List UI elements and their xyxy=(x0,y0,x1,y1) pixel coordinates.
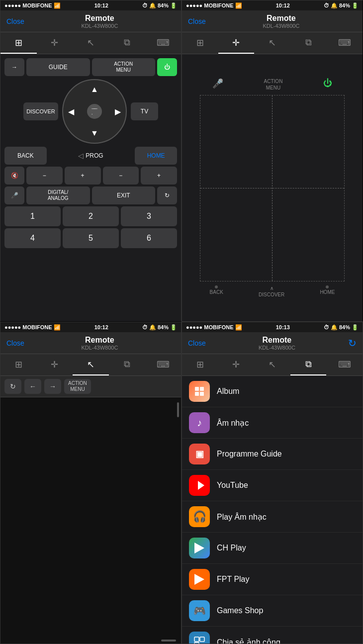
mute-button[interactable]: 🔇 xyxy=(4,167,24,184)
tab-keyboard-3[interactable]: ⌨ xyxy=(145,354,181,375)
app-name-album: Album xyxy=(217,387,239,396)
tab-mouse-1[interactable]: ↖ xyxy=(73,32,109,54)
tv-button[interactable]: TV xyxy=(131,102,158,120)
tab-keyboard-4[interactable]: ⌨ xyxy=(326,354,363,375)
svg-rect-1 xyxy=(195,387,199,391)
app-icon-share-photo xyxy=(189,632,210,644)
tab-keyboard-1[interactable]: ⌨ xyxy=(145,32,181,54)
panel-browser: ●●●●● MOBIFONE 📶 10:12 ⏱ 🔔 84% 🔋 Close R… xyxy=(0,322,182,644)
btn-row-num1: 1 2 3 xyxy=(4,206,177,226)
touchpad-grid[interactable] xyxy=(200,95,344,282)
dpad-down[interactable]: ▼ xyxy=(91,129,98,138)
dpad-up[interactable]: ▲ xyxy=(91,85,98,94)
discover-up-arrow: ∧ xyxy=(270,285,273,291)
close-button-4[interactable]: Close xyxy=(188,339,206,347)
browser-viewport[interactable] xyxy=(0,397,181,644)
close-button-3[interactable]: Close xyxy=(6,339,24,347)
svg-rect-3 xyxy=(195,392,199,396)
close-button-1[interactable]: Close xyxy=(6,17,24,25)
rotate-button[interactable]: ↻ xyxy=(157,186,177,204)
num-5-button[interactable]: 5 xyxy=(63,228,119,248)
action-menu-top[interactable]: ACTIONMENU xyxy=(264,78,283,91)
app-icon-music: ♪ xyxy=(189,412,210,433)
app-item-share-photo[interactable]: Chia sẻ ảnh cộng xyxy=(182,627,363,644)
tab-touchpad-3[interactable]: ✛ xyxy=(37,354,73,375)
mic-button[interactable]: 🎤 xyxy=(4,186,24,204)
dpad-right[interactable]: ▶ xyxy=(115,107,121,116)
app-item-music[interactable]: ♪ Âm nhạc xyxy=(182,407,363,439)
app-item-play-music[interactable]: 🎧 Play Âm nhạc xyxy=(182,501,363,533)
exit-button[interactable]: EXIT xyxy=(92,186,156,204)
app-name-games-shop: Games Shop xyxy=(217,606,263,615)
discover-button[interactable]: DISCOVER xyxy=(23,102,58,120)
scroll-handle-right[interactable] xyxy=(177,402,179,417)
panel-title-4: Remote xyxy=(259,336,295,345)
back-button[interactable]: BACK xyxy=(4,147,47,165)
close-button-2[interactable]: Close xyxy=(188,17,206,25)
app-icon-album xyxy=(189,381,210,402)
action-menu-button[interactable]: ACTIONMENU xyxy=(92,58,156,76)
home-bottom-button[interactable]: HOME xyxy=(320,285,335,297)
svg-rect-2 xyxy=(200,387,204,391)
vol-down-button[interactable]: − xyxy=(26,167,63,184)
discover-bottom-button[interactable]: ∧ DISCOVER xyxy=(259,285,284,297)
app-name-play-music: Play Âm nhạc xyxy=(217,512,267,522)
tab-mouse-3[interactable]: ↖ xyxy=(73,354,109,375)
ch-down-button[interactable]: − xyxy=(103,167,139,184)
power-button[interactable]: ⏻ xyxy=(157,58,177,76)
tab-multiview-2[interactable]: ⧉ xyxy=(290,32,327,54)
tab-multiview-4[interactable]: ⧉ xyxy=(290,354,327,375)
tab-mouse-2[interactable]: ↖ xyxy=(254,32,290,54)
touchpad-area: 🎤 ACTIONMENU ⏻ BACK ∧ DISCOVER xyxy=(182,54,363,321)
tab-touchpad-2[interactable]: ✛ xyxy=(218,32,255,54)
digital-analog-button[interactable]: DIGITAL/ANALOG xyxy=(26,186,90,204)
app-item-fpt-play[interactable]: FPT Play xyxy=(182,564,363,595)
scroll-handle-bottom[interactable] xyxy=(161,640,176,642)
num-3-button[interactable]: 3 xyxy=(121,206,177,226)
browser-forward-button[interactable]: → xyxy=(44,379,61,394)
vol-up-button[interactable]: + xyxy=(65,167,101,184)
app-item-album[interactable]: Album xyxy=(182,376,363,407)
app-item-games-shop[interactable]: 🎮 Games Shop xyxy=(182,595,363,627)
tab-remote-1[interactable]: ⊞ xyxy=(0,32,37,54)
app-list: Album ♪ Âm nhạc ▣ Programme Guide YouTub… xyxy=(182,376,363,644)
tab-touchpad-4[interactable]: ✛ xyxy=(218,354,255,375)
tab-remote-2[interactable]: ⊞ xyxy=(182,32,218,54)
tab-remote-3[interactable]: ⊞ xyxy=(0,354,37,375)
home-button[interactable]: HOME xyxy=(135,147,177,165)
status-bar-4: ●●●●● MOBIFONE 📶 10:13 ⏱ 🔔 84% 🔋 xyxy=(182,322,363,332)
app-item-ch-play[interactable]: CH Play xyxy=(182,533,363,564)
app-icon-youtube xyxy=(189,475,210,496)
power-top-button[interactable]: ⏻ xyxy=(323,78,332,91)
input-button[interactable]: → xyxy=(4,58,24,76)
back-dot xyxy=(215,285,218,288)
power-icon: ⏻ xyxy=(323,78,332,89)
mic-top-button[interactable]: 🎤 xyxy=(212,78,223,91)
app-name-guide: Programme Guide xyxy=(217,450,282,459)
tab-multiview-3[interactable]: ⧉ xyxy=(109,354,145,375)
num-1-button[interactable]: 1 xyxy=(4,206,61,226)
app-item-youtube[interactable]: YouTube xyxy=(182,470,363,501)
svg-marker-7 xyxy=(194,574,204,585)
num-6-button[interactable]: 6 xyxy=(121,228,177,248)
dpad-center[interactable]: ·─·· xyxy=(87,104,102,119)
app-item-guide[interactable]: ▣ Programme Guide xyxy=(182,439,363,470)
refresh-button-4[interactable]: ↻ xyxy=(348,337,357,349)
panel-subtitle-3: KDL-43W800C xyxy=(81,345,118,351)
action-menu-label: ACTIONMENU xyxy=(264,78,283,91)
tab-touchpad-1[interactable]: ✛ xyxy=(37,32,73,54)
back-bottom-button[interactable]: BACK xyxy=(210,285,223,297)
tab-keyboard-2[interactable]: ⌨ xyxy=(326,32,363,54)
tab-remote-4[interactable]: ⊞ xyxy=(182,354,218,375)
guide-button[interactable]: GUIDE xyxy=(26,58,90,76)
browser-back-button[interactable]: ← xyxy=(24,379,41,394)
tab-mouse-4[interactable]: ↖ xyxy=(254,354,290,375)
app-name-ch-play: CH Play xyxy=(217,544,246,552)
browser-action-menu-button[interactable]: ACTIONMENU xyxy=(64,379,91,394)
num-4-button[interactable]: 4 xyxy=(4,228,61,248)
dpad-left[interactable]: ◀ xyxy=(68,107,74,116)
num-2-button[interactable]: 2 xyxy=(63,206,119,226)
ch-up-button[interactable]: + xyxy=(141,167,177,184)
browser-reload-button[interactable]: ↻ xyxy=(4,379,21,394)
tab-multiview-1[interactable]: ⧉ xyxy=(109,32,145,54)
